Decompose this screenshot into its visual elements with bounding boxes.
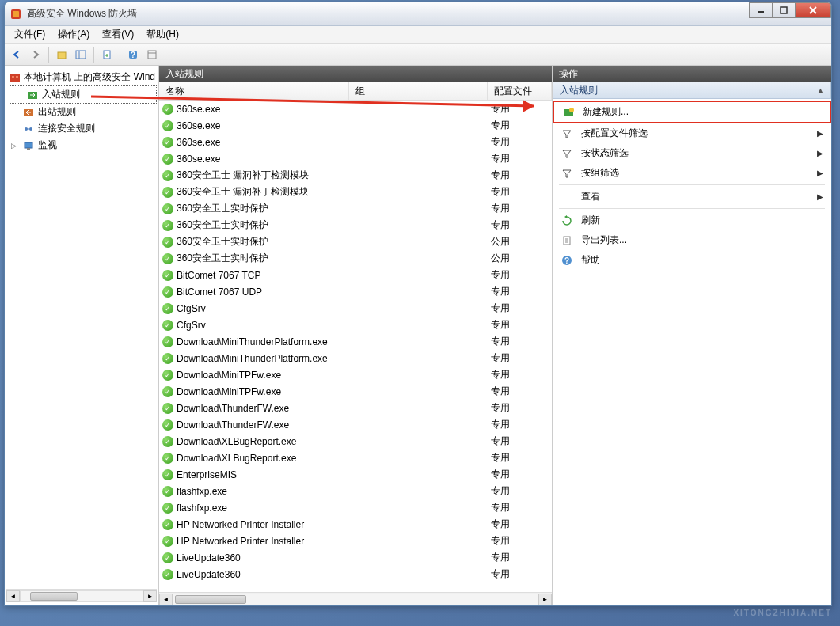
tree-inbound-rules[interactable]: 入站规则 — [10, 85, 157, 104]
table-row[interactable]: ✓Download\MiniThunderPlatform.exe专用 — [159, 350, 552, 366]
cell-profile: 专用 — [488, 268, 552, 282]
cell-profile: 专用 — [488, 302, 552, 315]
action-help-label: 帮助 — [581, 253, 600, 267]
table-row[interactable]: ✓Download\MiniTPFw.exe专用 — [159, 383, 552, 400]
action-view[interactable]: 查看 ▶ — [553, 187, 831, 207]
table-row[interactable]: ✓EnterpriseMIS专用 — [159, 466, 552, 483]
scroll-left-icon[interactable]: ◄ — [159, 594, 173, 605]
enabled-check-icon: ✓ — [162, 403, 173, 414]
menu-help[interactable]: 帮助(H) — [140, 26, 185, 43]
titlebar[interactable]: 高级安全 Windows 防火墙 — [5, 2, 831, 26]
table-row[interactable]: ✓BitComet 7067 TCP专用 — [159, 267, 552, 283]
submenu-arrow-icon: ▶ — [817, 149, 823, 157]
column-name[interactable]: 名称 — [159, 82, 349, 100]
cell-name: ✓360安全卫士实时保护 — [159, 202, 349, 215]
column-profile[interactable]: 配置文件 — [488, 82, 552, 100]
close-button[interactable] — [795, 2, 831, 18]
cell-name: ✓360se.exe — [159, 154, 349, 165]
table-row[interactable]: ✓360安全卫士实时保护公用 — [159, 233, 552, 250]
tree-outbound-rules[interactable]: 出站规则 — [6, 104, 157, 120]
minimize-button[interactable] — [749, 2, 773, 18]
table-row[interactable]: ✓Download\MiniTPFw.exe专用 — [159, 366, 552, 383]
submenu-arrow-icon: ▶ — [817, 169, 823, 177]
scroll-thumb[interactable] — [175, 595, 246, 604]
cell-profile: 专用 — [488, 185, 552, 199]
table-row[interactable]: ✓Download\XLBugReport.exe专用 — [159, 433, 552, 450]
action-filter-profile[interactable]: 按配置文件筛选 ▶ — [553, 123, 831, 143]
table-row[interactable]: ✓360se.exe专用 — [159, 117, 552, 134]
scroll-track[interactable] — [20, 590, 143, 602]
list-horizontal-scrollbar[interactable]: ◄ ► — [159, 592, 552, 605]
forward-button[interactable] — [27, 46, 44, 63]
help-button[interactable]: ? — [124, 46, 142, 63]
action-filter-group[interactable]: 按组筛选 ▶ — [553, 163, 831, 183]
collapse-caret-icon[interactable]: ▲ — [817, 86, 824, 94]
svg-rect-7 — [76, 51, 86, 59]
blank-icon — [561, 191, 573, 203]
cell-profile: 专用 — [488, 534, 552, 548]
column-group[interactable]: 组 — [349, 82, 488, 100]
scroll-track[interactable] — [173, 594, 538, 605]
scroll-thumb[interactable] — [30, 592, 78, 601]
table-row[interactable]: ✓CfgSrv专用 — [159, 317, 552, 333]
table-row[interactable]: ✓Download\ThunderFW.exe专用 — [159, 400, 552, 416]
enabled-check-icon: ✓ — [162, 552, 173, 563]
enabled-check-icon: ✓ — [162, 286, 173, 298]
back-button[interactable] — [8, 46, 25, 63]
tree-monitor[interactable]: ▷ 监视 — [6, 137, 157, 154]
tree-connection-security[interactable]: 连接安全规则 — [6, 120, 157, 137]
table-row[interactable]: ✓CfgSrv专用 — [159, 300, 552, 317]
expand-caret-icon[interactable]: ▷ — [10, 142, 17, 150]
action-filter-state[interactable]: 按状态筛选 ▶ — [553, 143, 831, 163]
actions-section-header[interactable]: 入站规则 ▲ — [553, 82, 831, 99]
table-row[interactable]: ✓360安全卫士实时保护专用 — [159, 200, 552, 217]
table-row[interactable]: ✓HP Networked Printer Installer专用 — [159, 516, 552, 533]
table-row[interactable]: ✓360se.exe专用 — [159, 134, 552, 150]
table-row[interactable]: ✓Download\XLBugReport.exe专用 — [159, 450, 552, 466]
table-row[interactable]: ✓360安全卫士实时保护专用 — [159, 217, 552, 233]
menu-file[interactable]: 文件(F) — [8, 26, 51, 43]
maximize-button[interactable] — [772, 2, 796, 18]
properties-button[interactable] — [143, 46, 161, 63]
table-row[interactable]: ✓flashfxp.exe专用 — [159, 483, 552, 499]
rules-list-body[interactable]: ✓360se.exe专用✓360se.exe专用✓360se.exe专用✓360… — [159, 101, 552, 592]
table-row[interactable]: ✓360安全卫士 漏洞补丁检测模块专用 — [159, 167, 552, 184]
cell-profile: 专用 — [488, 468, 552, 481]
tree-horizontal-scrollbar[interactable]: ◄ ► — [6, 589, 157, 602]
table-row[interactable]: ✓360安全卫士 漏洞补丁检测模块专用 — [159, 184, 552, 200]
show-hide-tree-button[interactable] — [72, 46, 89, 63]
table-row[interactable]: ✓Download\ThunderFW.exe专用 — [159, 416, 552, 433]
tree-panel[interactable]: 本地计算机 上的高级安全 Wind 入站规则 出站规则 连接安全规则 — [5, 66, 159, 605]
table-row[interactable]: ✓HP Networked Printer Installer专用 — [159, 533, 552, 549]
up-button[interactable] — [53, 46, 70, 63]
tree-root[interactable]: 本地计算机 上的高级安全 Wind — [6, 69, 157, 85]
table-row[interactable]: ✓LiveUpdate360专用 — [159, 566, 552, 582]
cell-profile: 专用 — [488, 135, 552, 149]
table-row[interactable]: ✓BitComet 7067 UDP专用 — [159, 283, 552, 300]
table-row[interactable]: ✓360安全卫士实时保护公用 — [159, 250, 552, 267]
menu-view[interactable]: 查看(V) — [96, 26, 140, 43]
cell-profile: 专用 — [488, 351, 552, 365]
table-row[interactable]: ✓LiveUpdate360专用 — [159, 549, 552, 566]
table-row[interactable]: ✓Download\MiniThunderPlatform.exe专用 — [159, 333, 552, 350]
scroll-right-icon[interactable]: ► — [143, 590, 157, 602]
action-filter-state-label: 按状态筛选 — [581, 146, 629, 160]
menu-action[interactable]: 操作(A) — [51, 26, 96, 43]
table-row[interactable]: ✓flashfxp.exe专用 — [159, 499, 552, 516]
table-row[interactable]: ✓360se.exe专用 — [159, 101, 552, 117]
cell-profile: 公用 — [488, 252, 552, 265]
action-help[interactable]: ? 帮助 — [553, 250, 831, 270]
action-new-rule[interactable]: 新建规则... — [553, 101, 831, 123]
table-row[interactable]: ✓360se.exe专用 — [159, 150, 552, 167]
export-button[interactable] — [98, 46, 116, 63]
cell-name: ✓Download\ThunderFW.exe — [159, 403, 349, 414]
action-refresh[interactable]: 刷新 — [553, 211, 831, 230]
enabled-check-icon: ✓ — [162, 536, 173, 547]
scroll-right-icon[interactable]: ► — [538, 594, 552, 605]
scroll-left-icon[interactable]: ◄ — [6, 590, 20, 602]
tree-root-label: 本地计算机 上的高级安全 Wind — [24, 70, 155, 84]
toolbar-separator — [93, 47, 94, 63]
cell-name: ✓360se.exe — [159, 137, 349, 148]
toolbar-separator — [120, 47, 120, 63]
action-export[interactable]: 导出列表... — [553, 230, 831, 250]
